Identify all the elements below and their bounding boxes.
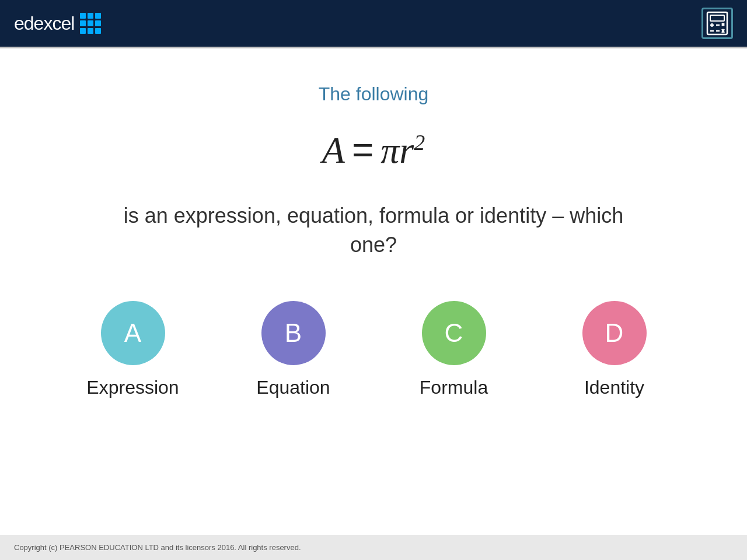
option-d-label: Identity — [584, 377, 644, 398]
grid-dot — [95, 28, 101, 34]
calculator-icon — [701, 8, 733, 39]
svg-rect-1 — [710, 15, 724, 21]
grid-dot — [80, 20, 86, 26]
grid-dot — [88, 13, 93, 19]
formula-display: A=πr2 — [322, 128, 425, 172]
grid-dot — [88, 20, 93, 26]
option-d-column: D Identity — [534, 301, 694, 398]
question-text: is an expression, equation, formula or i… — [111, 201, 636, 260]
grid-dot — [80, 28, 86, 34]
options-row: A Expression B Equation C Formula D Iden… — [53, 301, 694, 398]
main-content: The following A=πr2 is an expression, eq… — [0, 48, 747, 535]
intro-text: The following — [319, 83, 429, 105]
logo-grid-icon — [80, 13, 101, 34]
copyright-text: Copyright (c) PEARSON EDUCATION LTD and … — [14, 543, 733, 552]
footer: Copyright (c) PEARSON EDUCATION LTD and … — [0, 535, 747, 560]
option-c-circle[interactable]: C — [422, 301, 486, 365]
option-a-label: Expression — [86, 377, 179, 398]
logo-text: edexcel — [14, 13, 74, 34]
option-d-circle[interactable]: D — [582, 301, 647, 365]
option-b-column: B Equation — [213, 301, 374, 398]
option-a-circle[interactable]: A — [101, 301, 165, 365]
header: edexcel — [0, 0, 747, 47]
grid-dot — [95, 13, 101, 19]
grid-dot — [88, 28, 93, 34]
grid-dot — [80, 13, 86, 19]
option-c-label: Formula — [420, 377, 488, 398]
logo: edexcel — [14, 13, 101, 34]
grid-dot — [95, 20, 101, 26]
option-c-column: C Formula — [374, 301, 534, 398]
option-b-label: Equation — [256, 377, 330, 398]
option-a-column: A Expression — [53, 301, 213, 398]
option-b-circle[interactable]: B — [261, 301, 326, 365]
